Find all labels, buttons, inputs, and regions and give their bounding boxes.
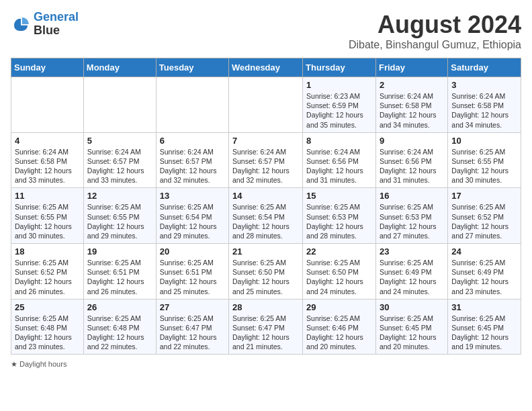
day-info: Sunrise: 6:25 AM Sunset: 6:53 PM Dayligh…	[380, 202, 444, 240]
main-title: August 2024	[349, 11, 521, 39]
day-number: 12	[87, 191, 152, 201]
day-number: 30	[380, 302, 444, 312]
dow-header-friday: Friday	[375, 58, 447, 77]
calendar-cell: 8Sunrise: 6:24 AM Sunset: 6:56 PM Daylig…	[303, 132, 376, 188]
day-info: Sunrise: 6:25 AM Sunset: 6:48 PM Dayligh…	[15, 314, 80, 352]
calendar-cell: 18Sunrise: 6:25 AM Sunset: 6:52 PM Dayli…	[11, 244, 84, 300]
day-info: Sunrise: 6:25 AM Sunset: 6:52 PM Dayligh…	[451, 202, 517, 240]
dow-header-monday: Monday	[83, 58, 156, 77]
calendar-cell: 6Sunrise: 6:24 AM Sunset: 6:57 PM Daylig…	[156, 132, 228, 188]
logo-line2: Blue	[34, 24, 79, 38]
calendar-cell: 30Sunrise: 6:25 AM Sunset: 6:45 PM Dayli…	[375, 299, 447, 355]
calendar-table: SundayMondayTuesdayWednesdayThursdayFrid…	[11, 58, 521, 355]
calendar-cell	[156, 77, 228, 133]
calendar-cell: 16Sunrise: 6:25 AM Sunset: 6:53 PM Dayli…	[375, 188, 447, 244]
page-header: General Blue August 2024 Dibate, Binshan…	[11, 11, 521, 51]
calendar-cell: 7Sunrise: 6:24 AM Sunset: 6:57 PM Daylig…	[229, 132, 303, 188]
calendar-cell: 11Sunrise: 6:25 AM Sunset: 6:55 PM Dayli…	[11, 188, 84, 244]
calendar-cell: 12Sunrise: 6:25 AM Sunset: 6:55 PM Dayli…	[83, 188, 156, 244]
day-info: Sunrise: 6:25 AM Sunset: 6:49 PM Dayligh…	[451, 258, 517, 296]
day-info: Sunrise: 6:25 AM Sunset: 6:54 PM Dayligh…	[232, 202, 299, 240]
day-number: 27	[160, 302, 225, 312]
calendar-cell: 13Sunrise: 6:25 AM Sunset: 6:54 PM Dayli…	[156, 188, 228, 244]
calendar-cell: 23Sunrise: 6:25 AM Sunset: 6:49 PM Dayli…	[375, 244, 447, 300]
day-info: Sunrise: 6:24 AM Sunset: 6:57 PM Dayligh…	[232, 147, 299, 185]
day-number: 5	[87, 136, 152, 146]
day-info: Sunrise: 6:23 AM Sunset: 6:59 PM Dayligh…	[306, 91, 372, 130]
day-number: 21	[232, 246, 299, 257]
calendar-cell: 22Sunrise: 6:25 AM Sunset: 6:50 PM Dayli…	[303, 244, 376, 300]
day-info: Sunrise: 6:25 AM Sunset: 6:53 PM Dayligh…	[306, 202, 372, 240]
day-number: 2	[380, 80, 444, 90]
calendar-cell: 2Sunrise: 6:24 AM Sunset: 6:58 PM Daylig…	[375, 77, 447, 133]
calendar-cell: 28Sunrise: 6:25 AM Sunset: 6:47 PM Dayli…	[229, 299, 303, 355]
calendar-cell: 19Sunrise: 6:25 AM Sunset: 6:51 PM Dayli…	[83, 244, 156, 300]
day-number: 17	[451, 191, 517, 201]
calendar-cell: 4Sunrise: 6:24 AM Sunset: 6:58 PM Daylig…	[11, 132, 84, 188]
calendar-cell: 3Sunrise: 6:24 AM Sunset: 6:58 PM Daylig…	[448, 77, 521, 133]
calendar-cell: 26Sunrise: 6:25 AM Sunset: 6:48 PM Dayli…	[83, 299, 156, 355]
footer-text: Daylight hours	[19, 360, 66, 368]
logo-line1: General	[34, 10, 79, 24]
day-number: 22	[306, 246, 372, 257]
day-number: 23	[380, 246, 444, 257]
day-number: 3	[451, 80, 517, 90]
day-info: Sunrise: 6:24 AM Sunset: 6:57 PM Dayligh…	[87, 147, 152, 185]
day-number: 15	[306, 191, 372, 201]
day-number: 25	[15, 302, 80, 312]
calendar-cell: 29Sunrise: 6:25 AM Sunset: 6:46 PM Dayli…	[303, 299, 376, 355]
dow-header-wednesday: Wednesday	[229, 58, 303, 77]
day-number: 29	[306, 302, 372, 312]
calendar-cell: 25Sunrise: 6:25 AM Sunset: 6:48 PM Dayli…	[11, 299, 84, 355]
day-info: Sunrise: 6:25 AM Sunset: 6:50 PM Dayligh…	[306, 258, 372, 296]
day-info: Sunrise: 6:25 AM Sunset: 6:52 PM Dayligh…	[15, 258, 80, 296]
calendar-cell: 27Sunrise: 6:25 AM Sunset: 6:47 PM Dayli…	[156, 299, 228, 355]
calendar-cell: 1Sunrise: 6:23 AM Sunset: 6:59 PM Daylig…	[303, 77, 376, 133]
day-number: 9	[380, 136, 444, 146]
logo-icon	[11, 14, 31, 34]
day-number: 31	[451, 302, 517, 312]
calendar-cell	[83, 77, 156, 133]
day-info: Sunrise: 6:24 AM Sunset: 6:58 PM Dayligh…	[15, 147, 80, 185]
day-number: 18	[15, 246, 80, 257]
day-number: 8	[306, 136, 372, 146]
footer: ★ Daylight hours	[11, 360, 521, 369]
day-info: Sunrise: 6:25 AM Sunset: 6:49 PM Dayligh…	[380, 258, 444, 296]
calendar-cell: 15Sunrise: 6:25 AM Sunset: 6:53 PM Dayli…	[303, 188, 376, 244]
calendar-cell	[229, 77, 303, 133]
day-info: Sunrise: 6:25 AM Sunset: 6:51 PM Dayligh…	[160, 258, 225, 296]
dow-header-sunday: Sunday	[11, 58, 84, 77]
dow-header-tuesday: Tuesday	[156, 58, 228, 77]
day-number: 26	[87, 302, 152, 312]
day-info: Sunrise: 6:24 AM Sunset: 6:56 PM Dayligh…	[306, 147, 372, 185]
day-info: Sunrise: 6:24 AM Sunset: 6:58 PM Dayligh…	[451, 91, 517, 130]
day-info: Sunrise: 6:25 AM Sunset: 6:47 PM Dayligh…	[232, 314, 299, 352]
day-number: 19	[87, 246, 152, 257]
day-info: Sunrise: 6:25 AM Sunset: 6:54 PM Dayligh…	[160, 202, 225, 240]
day-number: 16	[380, 191, 444, 201]
dow-header-thursday: Thursday	[303, 58, 376, 77]
day-number: 10	[451, 136, 517, 146]
subtitle: Dibate, Binshangul Gumuz, Ethiopia	[349, 39, 521, 51]
day-number: 28	[232, 302, 299, 312]
calendar-cell: 10Sunrise: 6:25 AM Sunset: 6:55 PM Dayli…	[448, 132, 521, 188]
day-info: Sunrise: 6:25 AM Sunset: 6:55 PM Dayligh…	[15, 202, 80, 240]
day-info: Sunrise: 6:25 AM Sunset: 6:55 PM Dayligh…	[87, 202, 152, 240]
day-number: 6	[160, 136, 225, 146]
day-number: 14	[232, 191, 299, 201]
day-info: Sunrise: 6:24 AM Sunset: 6:58 PM Dayligh…	[380, 91, 444, 130]
day-info: Sunrise: 6:25 AM Sunset: 6:55 PM Dayligh…	[451, 147, 517, 185]
calendar-cell: 9Sunrise: 6:24 AM Sunset: 6:56 PM Daylig…	[375, 132, 447, 188]
day-number: 11	[15, 191, 80, 201]
day-info: Sunrise: 6:24 AM Sunset: 6:57 PM Dayligh…	[160, 147, 225, 185]
day-number: 20	[160, 246, 225, 257]
day-info: Sunrise: 6:25 AM Sunset: 6:48 PM Dayligh…	[87, 314, 152, 352]
day-number: 4	[15, 136, 80, 146]
calendar-cell: 17Sunrise: 6:25 AM Sunset: 6:52 PM Dayli…	[448, 188, 521, 244]
logo: General Blue	[11, 11, 79, 38]
calendar-cell: 5Sunrise: 6:24 AM Sunset: 6:57 PM Daylig…	[83, 132, 156, 188]
day-info: Sunrise: 6:25 AM Sunset: 6:47 PM Dayligh…	[160, 314, 225, 352]
day-number: 13	[160, 191, 225, 201]
day-info: Sunrise: 6:25 AM Sunset: 6:45 PM Dayligh…	[451, 314, 517, 352]
day-number: 7	[232, 136, 299, 146]
